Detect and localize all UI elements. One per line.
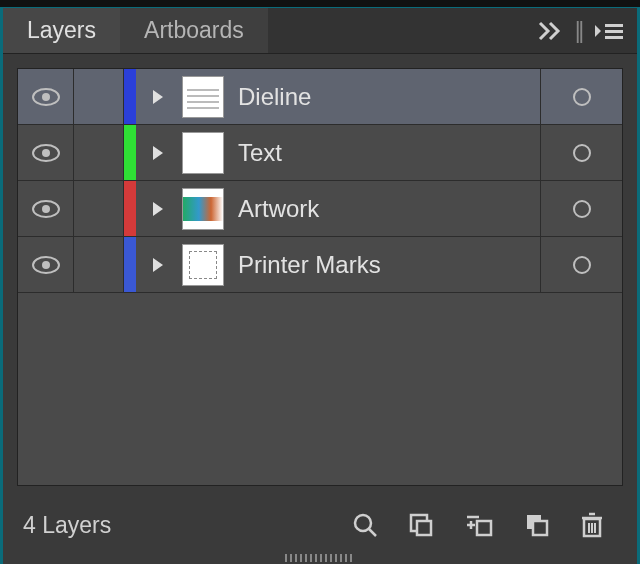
locate-object-icon[interactable] (407, 511, 435, 539)
double-arrow-icon[interactable] (538, 21, 564, 41)
layer-row[interactable]: Dieline (18, 69, 622, 125)
lock-cell[interactable] (74, 125, 124, 180)
svg-point-11 (355, 515, 371, 531)
target-icon (573, 256, 591, 274)
svg-rect-0 (605, 24, 623, 27)
target-toggle[interactable] (540, 125, 622, 180)
layers-list: DielineTextArtworkPrinter Marks (17, 68, 623, 486)
layer-color-strip (124, 69, 136, 124)
target-icon (573, 200, 591, 218)
expand-toggle[interactable] (136, 69, 180, 124)
layer-color-strip (124, 181, 136, 236)
layer-color-strip (124, 237, 136, 292)
layer-color-strip (124, 125, 136, 180)
layer-name-label[interactable]: Printer Marks (232, 251, 540, 279)
layers-panel: Layers Artboards ‖ DielineTextArtworkPri… (0, 8, 640, 564)
expand-toggle[interactable] (136, 237, 180, 292)
tab-label: Layers (27, 17, 96, 44)
expand-toggle[interactable] (136, 125, 180, 180)
svg-rect-14 (417, 521, 431, 535)
layer-thumbnail (182, 132, 224, 174)
svg-rect-17 (533, 521, 547, 535)
visibility-toggle[interactable] (18, 237, 74, 292)
search-icon[interactable] (351, 511, 379, 539)
tab-layers[interactable]: Layers (3, 8, 120, 53)
layer-count-label: 4 Layers (17, 512, 111, 539)
eye-icon (31, 87, 61, 107)
visibility-toggle[interactable] (18, 181, 74, 236)
tab-bar: Layers Artboards ‖ (3, 8, 637, 54)
expand-toggle[interactable] (136, 181, 180, 236)
eye-icon (31, 143, 61, 163)
delete-icon[interactable] (579, 511, 605, 539)
svg-line-12 (369, 529, 376, 536)
target-toggle[interactable] (540, 237, 622, 292)
layer-row[interactable]: Artwork (18, 181, 622, 237)
lock-cell[interactable] (74, 181, 124, 236)
visibility-toggle[interactable] (18, 125, 74, 180)
svg-rect-2 (605, 36, 623, 39)
layer-name-label[interactable]: Artwork (232, 195, 540, 223)
lock-cell[interactable] (74, 69, 124, 124)
chevron-right-icon (151, 257, 165, 273)
svg-point-10 (42, 261, 50, 269)
svg-rect-15 (477, 521, 491, 535)
tab-artboards[interactable]: Artboards (120, 8, 268, 53)
visibility-toggle[interactable] (18, 69, 74, 124)
chevron-right-icon (151, 145, 165, 161)
target-icon (573, 144, 591, 162)
divider-icon: ‖ (574, 18, 585, 44)
layer-name-label[interactable]: Dieline (232, 83, 540, 111)
make-clipping-mask-icon[interactable] (463, 511, 495, 539)
resize-grip[interactable] (285, 554, 355, 562)
target-toggle[interactable] (540, 181, 622, 236)
layer-thumbnail (182, 244, 224, 286)
layer-name-label[interactable]: Text (232, 139, 540, 167)
svg-point-8 (42, 205, 50, 213)
layer-thumbnail (182, 76, 224, 118)
chevron-right-icon (151, 201, 165, 217)
eye-icon (31, 199, 61, 219)
layer-row[interactable]: Text (18, 125, 622, 181)
tab-label: Artboards (144, 17, 244, 44)
svg-point-4 (42, 93, 50, 101)
panel-footer: 4 Layers (17, 500, 623, 550)
svg-point-6 (42, 149, 50, 157)
svg-rect-1 (605, 30, 623, 33)
panel-menu-icon[interactable] (595, 22, 623, 40)
new-sublayer-icon[interactable] (523, 511, 551, 539)
eye-icon (31, 255, 61, 275)
target-icon (573, 88, 591, 106)
chevron-right-icon (151, 89, 165, 105)
lock-cell[interactable] (74, 237, 124, 292)
target-toggle[interactable] (540, 69, 622, 124)
layer-thumbnail (182, 188, 224, 230)
layer-row[interactable]: Printer Marks (18, 237, 622, 293)
